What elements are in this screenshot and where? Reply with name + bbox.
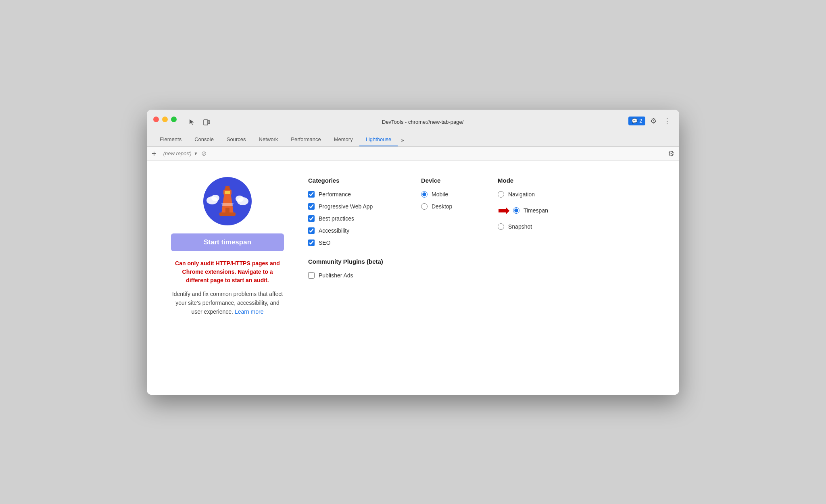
mode-navigation-label: Navigation	[508, 191, 535, 198]
minimize-button[interactable]	[162, 117, 168, 122]
left-panel: Start timespan Can only audit HTTP/HTTPS…	[171, 177, 284, 379]
plugin-publisher-ads-label: Publisher Ads	[319, 272, 353, 279]
mode-snapshot-label: Snapshot	[508, 223, 532, 230]
lighthouse-logo	[203, 177, 252, 225]
category-pwa-checkbox[interactable]	[308, 203, 315, 210]
category-pwa[interactable]: Progressive Web App	[308, 203, 397, 210]
divider	[160, 150, 160, 158]
category-best-practices-label: Best practices	[319, 215, 354, 222]
mode-snapshot[interactable]: Snapshot	[498, 223, 554, 230]
description-text: Identify and fix common problems that af…	[171, 289, 284, 317]
feedback-count: 2	[639, 118, 642, 124]
toolbar-icons-left	[153, 117, 212, 128]
tab-elements[interactable]: Elements	[153, 133, 188, 146]
category-seo-checkbox[interactable]	[308, 240, 315, 246]
category-accessibility-checkbox[interactable]	[308, 227, 315, 234]
tab-sources[interactable]: Sources	[220, 133, 252, 146]
report-selector[interactable]: (new report) ▾	[163, 150, 197, 156]
close-button[interactable]	[153, 117, 159, 122]
svg-rect-1	[208, 121, 210, 124]
maximize-button[interactable]	[171, 117, 177, 122]
plugin-publisher-ads-checkbox[interactable]	[308, 272, 315, 279]
device-title: Device	[421, 177, 473, 184]
svg-marker-12	[221, 203, 234, 206]
arrow-annotation: ➡ Timespan	[498, 203, 554, 218]
category-performance-label: Performance	[319, 191, 351, 198]
feedback-icon: 💬	[632, 118, 638, 124]
dropdown-icon: ▾	[194, 150, 197, 156]
device-desktop-label: Desktop	[432, 203, 452, 210]
mode-navigation[interactable]: Navigation	[498, 191, 554, 198]
plugin-publisher-ads[interactable]: Publisher Ads	[308, 272, 397, 279]
device-desktop-radio[interactable]	[421, 203, 428, 210]
category-pwa-label: Progressive Web App	[319, 203, 373, 210]
mode-timespan-label: Timespan	[524, 207, 548, 214]
feedback-button[interactable]: 💬 2	[628, 117, 645, 125]
device-mobile[interactable]: Mobile	[421, 191, 473, 198]
svg-rect-14	[225, 186, 229, 188]
svg-point-4	[211, 195, 219, 201]
community-section: Community Plugins (beta) Publisher Ads	[308, 258, 397, 279]
mode-title: Mode	[498, 177, 554, 184]
tab-network[interactable]: Network	[252, 133, 285, 146]
sub-toolbar-left: + (new report) ▾ ⊘	[152, 150, 665, 158]
category-performance-checkbox[interactable]	[308, 191, 315, 198]
categories-title: Categories	[308, 177, 397, 184]
device-mobile-label: Mobile	[432, 191, 448, 198]
device-toggle-icon[interactable]	[201, 117, 212, 128]
svg-rect-0	[204, 120, 208, 125]
learn-more-link[interactable]: Learn more	[235, 308, 264, 315]
svg-rect-11	[225, 208, 229, 213]
category-performance[interactable]: Performance	[308, 191, 397, 198]
traffic-lights	[153, 117, 177, 128]
tab-memory[interactable]: Memory	[327, 133, 359, 146]
svg-point-6	[236, 196, 244, 202]
report-label: (new report)	[163, 150, 192, 156]
lighthouse-settings-icon[interactable]: ⚙	[668, 149, 674, 158]
mode-timespan[interactable]: Timespan	[513, 207, 548, 214]
main-content: Start timespan Can only audit HTTP/HTTPS…	[147, 161, 679, 395]
no-entry-icon: ⊘	[200, 150, 208, 158]
devtools-window: DevTools - chrome://new-tab-page/ 💬 2 ⚙ …	[147, 110, 679, 395]
category-best-practices-checkbox[interactable]	[308, 215, 315, 222]
tab-console[interactable]: Console	[188, 133, 220, 146]
mode-timespan-radio[interactable]	[513, 207, 519, 214]
title-bar: DevTools - chrome://new-tab-page/ 💬 2 ⚙ …	[147, 110, 679, 147]
mode-snapshot-radio[interactable]	[498, 223, 504, 230]
svg-rect-9	[225, 191, 230, 194]
sub-toolbar-right: ⚙	[668, 149, 674, 158]
mode-section: Mode Navigation ➡ Timespan Snapshot	[498, 177, 554, 379]
tab-lighthouse[interactable]: Lighthouse	[359, 133, 398, 146]
category-seo-label: SEO	[319, 240, 331, 246]
mode-navigation-radio[interactable]	[498, 191, 504, 198]
more-button[interactable]: ⋮	[661, 115, 673, 127]
community-title: Community Plugins (beta)	[308, 258, 397, 265]
settings-button[interactable]: ⚙	[648, 115, 659, 127]
tabs-overflow-button[interactable]: »	[398, 134, 407, 146]
category-seo[interactable]: SEO	[308, 240, 397, 246]
cursor-icon[interactable]	[186, 117, 198, 128]
device-mobile-radio[interactable]	[421, 191, 428, 198]
start-timespan-button[interactable]: Start timespan	[171, 233, 284, 251]
category-accessibility-label: Accessibility	[319, 227, 349, 234]
toolbar-right: 💬 2 ⚙ ⋮	[628, 115, 673, 129]
category-accessibility[interactable]: Accessibility	[308, 227, 397, 234]
right-panel: Categories Performance Progressive Web A…	[308, 177, 655, 379]
categories-section: Categories Performance Progressive Web A…	[308, 177, 397, 379]
add-report-button[interactable]: +	[152, 150, 156, 158]
red-arrow-icon: ➡	[498, 203, 510, 218]
tab-performance[interactable]: Performance	[284, 133, 327, 146]
warning-text: Can only audit HTTP/HTTPS pages and Chro…	[171, 259, 284, 285]
category-best-practices[interactable]: Best practices	[308, 215, 397, 222]
device-section: Device Mobile Desktop	[421, 177, 473, 379]
device-desktop[interactable]: Desktop	[421, 203, 473, 210]
window-title: DevTools - chrome://new-tab-page/	[217, 119, 628, 125]
sub-toolbar: + (new report) ▾ ⊘ ⚙	[147, 147, 679, 161]
tab-bar: Elements Console Sources Network Perform…	[153, 133, 673, 146]
